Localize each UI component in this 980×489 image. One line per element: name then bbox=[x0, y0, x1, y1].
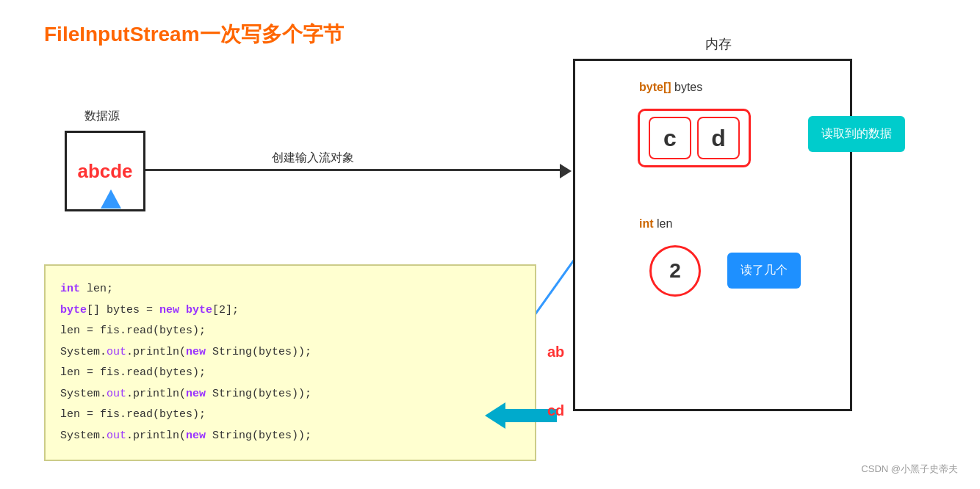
read-count-button: 读了几个 bbox=[727, 253, 801, 289]
code-line-7: len = fis.read(bytes); bbox=[60, 405, 520, 426]
connection-label: 创建输入流对象 bbox=[272, 151, 354, 166]
code-line-6: System.out.println(new String(bytes)); bbox=[60, 384, 520, 405]
datasource-text: abcde bbox=[77, 160, 132, 183]
code-line-8: System.out.println(new String(bytes)); bbox=[60, 426, 520, 447]
cell-d: d bbox=[697, 117, 740, 159]
bytes-name: bytes bbox=[674, 81, 702, 93]
cell-c: c bbox=[649, 117, 691, 159]
datasource-label: 数据源 bbox=[84, 109, 120, 124]
int-len-label: int len bbox=[639, 217, 672, 231]
code-line-3: len = fis.read(bytes); bbox=[60, 321, 520, 342]
code-line-2: byte[] bytes = new byte[2]; bbox=[60, 300, 520, 322]
int-type: int bbox=[639, 217, 654, 230]
value-circle: 2 bbox=[649, 245, 701, 297]
memory-label: 内存 bbox=[705, 35, 732, 53]
cd-arrow-icon bbox=[485, 402, 557, 429]
ab-label: ab bbox=[547, 344, 564, 361]
cd-container: c d bbox=[638, 109, 751, 167]
bytes-type: byte[] bbox=[639, 81, 671, 93]
bytes-label: byte[] bytes bbox=[639, 81, 702, 94]
len-name: len bbox=[657, 217, 672, 230]
watermark: CSDN @小黑子史蒂夫 bbox=[861, 463, 958, 476]
read-data-button: 读取到的数据 bbox=[808, 116, 905, 152]
arrow-right-icon bbox=[560, 164, 572, 178]
connection-line bbox=[145, 169, 564, 171]
code-line-1: int len; bbox=[60, 279, 520, 300]
code-line-5: len = fis.read(bytes); bbox=[60, 363, 520, 384]
code-line-4: System.out.println(new String(bytes)); bbox=[60, 342, 520, 363]
arrow-up-icon bbox=[101, 189, 121, 209]
code-box: int len; byte[] bytes = new byte[2]; len… bbox=[44, 264, 536, 461]
cd-label: cd bbox=[547, 402, 564, 419]
arrow-left-icon bbox=[485, 402, 505, 429]
page-title: FileInputStream一次写多个字节 bbox=[44, 21, 344, 48]
